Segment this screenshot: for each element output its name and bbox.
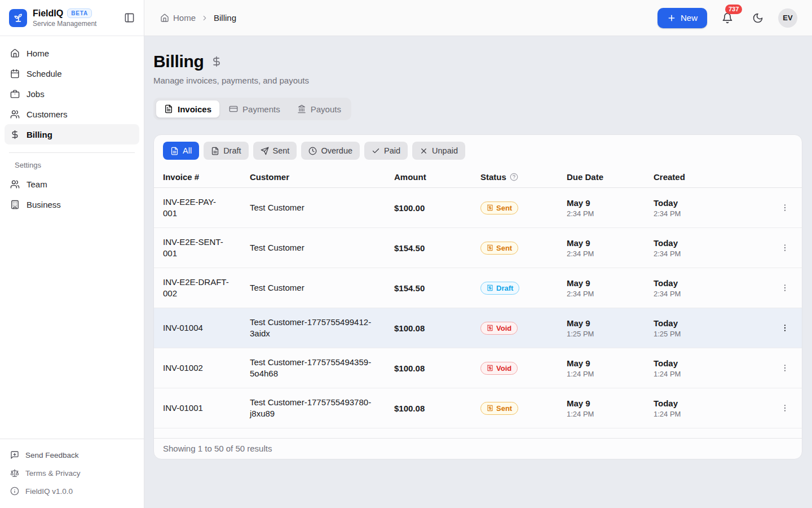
row-actions-button[interactable]: [777, 360, 793, 376]
tab-invoices[interactable]: Invoices: [156, 100, 220, 118]
app-version: FieldIQ v1.0.0: [5, 482, 139, 500]
status-badge-label: Sent: [496, 244, 512, 252]
users-icon: [10, 110, 20, 119]
invoice-number: INV-01001: [163, 402, 250, 414]
invoice-row[interactable]: INV-01002 Test Customer-1775755494359-5o…: [154, 348, 802, 388]
new-button-label: New: [681, 13, 698, 23]
breadcrumb-home-link[interactable]: Home: [160, 13, 196, 23]
credit-card-icon: [229, 104, 238, 113]
kebab-icon: [780, 364, 789, 373]
avatar[interactable]: EV: [778, 8, 797, 28]
sidebar-collapse-button[interactable]: [121, 10, 137, 26]
settings-section-label: Settings: [5, 161, 139, 174]
invoice-row[interactable]: INV-E2E-PAY-001 Test Customer $100.00 Se…: [154, 188, 802, 228]
tab-label: Invoices: [178, 104, 211, 114]
receipt-icon: [487, 284, 493, 291]
row-actions-button[interactable]: [777, 280, 793, 296]
invoice-amount: $100.08: [394, 323, 480, 333]
sidebar-item-label: Home: [27, 49, 49, 58]
receipt-icon: [487, 325, 493, 331]
notifications-button[interactable]: 737: [717, 8, 738, 28]
send-feedback-link[interactable]: Send Feedback: [5, 446, 139, 464]
row-actions-button[interactable]: [777, 400, 793, 416]
row-actions-button[interactable]: [777, 200, 793, 216]
created-time: 2:34 PM: [654, 290, 770, 298]
row-actions-button[interactable]: [777, 240, 793, 256]
breadcrumb-home-label: Home: [173, 13, 196, 23]
beta-badge: BETA: [67, 8, 92, 18]
invoice-row[interactable]: INV-E2E-DRAFT-002 Test Customer $154.50 …: [154, 268, 802, 308]
sidebar-item-schedule[interactable]: Schedule: [5, 63, 139, 84]
invoices-card: All Draft Sent: [153, 134, 802, 459]
building-icon: [10, 200, 20, 209]
sidebar-item-customers[interactable]: Customers: [5, 104, 139, 124]
message-square-plus-icon: [10, 450, 19, 459]
due-time: 2:34 PM: [567, 249, 654, 258]
page-content: Billing Manage invoices, payments, and p…: [144, 36, 812, 508]
filter-sent[interactable]: Sent: [253, 142, 297, 160]
filter-unpaid[interactable]: Unpaid: [412, 142, 465, 160]
created-date: Today: [654, 318, 770, 328]
brand-tagline: Service Management: [33, 20, 121, 28]
receipt-icon: [487, 204, 493, 211]
filter-overdue[interactable]: Overdue: [301, 142, 360, 160]
kebab-icon: [780, 203, 789, 212]
house-icon: [10, 49, 20, 58]
created-date: Today: [654, 278, 770, 288]
created-time: 2:34 PM: [654, 249, 770, 258]
landmark-icon: [297, 104, 306, 113]
house-icon: [160, 14, 169, 23]
page-subtitle: Manage invoices, payments, and payouts: [153, 76, 802, 85]
tab-payouts[interactable]: Payouts: [289, 100, 349, 118]
due-time: 1:24 PM: [567, 410, 654, 418]
status-badge-label: Draft: [496, 284, 513, 292]
sidebar-item-business[interactable]: Business: [5, 194, 139, 214]
sidebar-item-home[interactable]: Home: [5, 43, 139, 63]
filter-label: Paid: [384, 146, 400, 155]
sidebar-item-team[interactable]: Team: [5, 174, 139, 194]
col-status-label: Status: [480, 172, 506, 182]
invoice-row[interactable]: INV-E2E-SENT-001 Test Customer $154.50 S…: [154, 228, 802, 268]
created-date: Today: [654, 398, 770, 408]
dark-mode-toggle[interactable]: [748, 8, 768, 28]
col-customer: Customer: [250, 172, 394, 182]
created-date: Today: [654, 198, 770, 208]
sidebar-nav: Home Schedule Jobs Customers: [0, 36, 144, 214]
file-text-icon: [164, 104, 173, 113]
filter-paid[interactable]: Paid: [364, 142, 408, 160]
avatar-initials: EV: [783, 14, 792, 22]
due-date: May 9: [567, 398, 654, 408]
notification-count-badge: 737: [725, 5, 742, 14]
filter-all[interactable]: All: [163, 142, 199, 160]
clock-icon: [308, 147, 317, 155]
sidebar-header: FieldIQ BETA Service Management: [0, 0, 144, 36]
due-date: May 9: [567, 358, 654, 368]
status-help-icon[interactable]: [510, 173, 518, 181]
send-icon: [261, 147, 269, 155]
invoice-row[interactable]: INV-01004 Test Customer-1775755499412-3a…: [154, 308, 802, 348]
due-time: 1:25 PM: [567, 330, 654, 338]
kebab-icon: [780, 243, 789, 252]
customer-name: Test Customer-1775755493780-j8xu89: [250, 397, 394, 420]
invoice-amount: $100.08: [394, 364, 480, 373]
due-date: May 9: [567, 278, 654, 288]
app-logo: [9, 9, 27, 27]
brand-name: FieldIQ: [33, 8, 63, 19]
row-actions-button[interactable]: [777, 320, 793, 336]
sidebar-item-jobs[interactable]: Jobs: [5, 84, 139, 104]
invoice-amount: $100.08: [394, 404, 480, 413]
breadcrumb: Home Billing: [160, 13, 236, 23]
invoice-row[interactable]: INV-01001 Test Customer-1775755493780-j8…: [154, 388, 802, 428]
sidebar-item-billing[interactable]: Billing: [5, 124, 139, 144]
tab-payments[interactable]: Payments: [221, 100, 288, 118]
new-button[interactable]: New: [657, 8, 707, 28]
panel-left-icon: [124, 12, 135, 23]
users-icon: [10, 179, 20, 189]
sidebar-divider: [9, 152, 135, 153]
filter-draft[interactable]: Draft: [204, 142, 248, 160]
app-version-label: FieldIQ v1.0.0: [25, 487, 73, 496]
receipt-icon: [487, 405, 493, 411]
terms-privacy-link[interactable]: Terms & Privacy: [5, 464, 139, 482]
receipt-icon: [487, 244, 493, 251]
created-time: 1:24 PM: [654, 370, 770, 378]
